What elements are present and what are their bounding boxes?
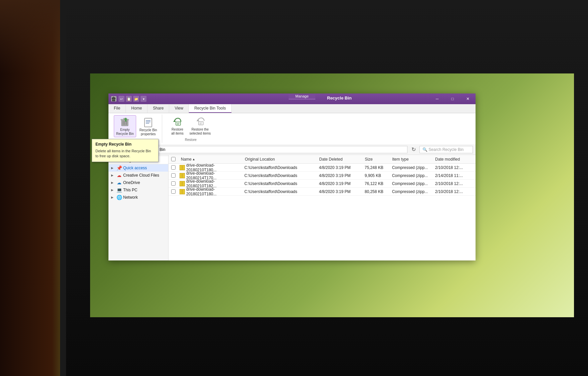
window-controls: ─ □ ✕: [429, 93, 476, 104]
row2-name: drive-download-20180214T170...: [178, 172, 242, 179]
row1-checkbox[interactable]: [171, 165, 176, 170]
tooltip-description: Delete all items in the Recycle Bin to f…: [95, 149, 155, 159]
svg-rect-21: [182, 169, 183, 169]
table-row[interactable]: drive-download-20180210T182... C:\Users\…: [169, 180, 476, 188]
recycle-bin-properties-icon: [143, 117, 154, 128]
sidebar-item-quick-access[interactable]: ▶ 📌 Quick access: [108, 164, 168, 172]
tab-share[interactable]: Share: [148, 104, 169, 113]
row3-name: drive-download-20180210T182...: [178, 180, 242, 187]
sidebar-item-this-pc[interactable]: ▶ 💻 This PC: [108, 186, 168, 194]
maximize-button[interactable]: □: [445, 93, 460, 104]
restore-group-label: Restore: [185, 138, 197, 142]
tab-recycle-bin-tools[interactable]: Recycle Bin Tools: [189, 104, 232, 113]
nav-bar: ◀ ▶ ▲ Recycle Bin ↻ 🔍 Search Recycle Bin: [108, 144, 476, 155]
row4-checkbox[interactable]: [171, 189, 176, 194]
ribbon-group-restore: Restoreall items Restore: [166, 115, 216, 142]
refresh-button[interactable]: ↻: [409, 146, 417, 154]
svg-rect-28: [182, 183, 183, 184]
row1-check[interactable]: [169, 164, 178, 171]
svg-rect-25: [182, 177, 183, 177]
svg-rect-20: [182, 167, 183, 168]
name-sort-arrow: ▲: [192, 158, 195, 161]
col-header-modified[interactable]: Date modified: [432, 155, 476, 163]
quick-access-label: Quick access: [123, 166, 147, 170]
restore-all-icon: [172, 116, 183, 127]
chevron-network: ▶: [111, 196, 115, 199]
onedrive-label: OneDrive: [123, 180, 140, 185]
minimize-button[interactable]: ─: [429, 93, 445, 104]
row3-type: Compressed (zipp...: [389, 180, 432, 187]
row4-size: 80,258 KB: [362, 188, 389, 195]
tab-home[interactable]: Home: [126, 104, 148, 113]
table-row[interactable]: drive-download-20180210T180... C:\Users\…: [169, 164, 476, 172]
row2-modified: 2/14/2018 11:...: [432, 172, 476, 179]
select-all-checkbox[interactable]: [171, 157, 176, 161]
sidebar: ▶ 🗑 Recycle Bin ▶ 📌 Quick access ▶ ☁ Cre…: [108, 155, 169, 260]
tab-view[interactable]: View: [169, 104, 189, 113]
svg-rect-24: [182, 175, 183, 176]
row2-location: C:\Users\kstafford\Downloads: [242, 172, 316, 179]
col-header-name[interactable]: Name ▲: [178, 155, 242, 163]
creative-cloud-label: Creative Cloud Files: [123, 173, 159, 178]
row2-check[interactable]: [169, 172, 178, 179]
svg-rect-11: [176, 122, 181, 125]
title-bar-left: 🗑 ↩ 📋 📁 ▾: [108, 96, 149, 102]
sidebar-item-network[interactable]: ▶ 🌐 Network: [108, 194, 168, 201]
row1-modified: 2/10/2018 12:...: [432, 164, 476, 171]
svg-rect-32: [182, 191, 183, 192]
row4-location: C:\Users\kstafford\Downloads: [242, 188, 316, 195]
tooltip-title: Empty Recycle Bin: [95, 142, 155, 147]
restore-all-items-button[interactable]: Restoreall items: [169, 115, 186, 137]
chevron-quick-access: ▶: [111, 166, 115, 170]
row4-deleted: 4/8/2020 3:19 PM: [316, 188, 362, 195]
properties-button[interactable]: 📋: [126, 96, 132, 102]
col-header-deleted[interactable]: Date Deleted: [317, 155, 362, 163]
address-bar[interactable]: Recycle Bin: [141, 146, 407, 153]
row4-name: drive-download-20180210T180...: [178, 188, 242, 195]
row4-check[interactable]: [169, 188, 178, 195]
row3-check[interactable]: [169, 180, 178, 187]
svg-rect-6: [144, 118, 152, 127]
tab-file[interactable]: File: [108, 104, 126, 113]
network-icon: 🌐: [116, 195, 122, 200]
row4-zip-icon: [180, 189, 185, 194]
col-header-type[interactable]: Item type: [389, 155, 432, 163]
col-header-location[interactable]: Original Location: [242, 155, 317, 163]
recycle-bin-properties-label: Recycle Binproperties: [139, 128, 157, 136]
chevron-creative-cloud: ▶: [111, 174, 115, 177]
row4-type: Compressed (zipp...: [389, 188, 432, 195]
row1-deleted: 4/8/2020 3:19 PM: [316, 164, 362, 171]
sidebar-item-onedrive[interactable]: ▶ ☁ OneDrive: [108, 179, 168, 186]
restore-selected-icon: [195, 116, 206, 127]
tooltip-empty-recycle-bin: Empty Recycle Bin Delete all items in th…: [92, 139, 159, 162]
manage-label-text: Manage: [295, 94, 309, 98]
empty-recycle-bin-label: EmptyRecycle Bin: [116, 128, 134, 136]
col-header-size[interactable]: Size: [362, 155, 389, 163]
row3-modified: 2/10/2018 12:...: [432, 180, 476, 187]
this-pc-icon: 💻: [116, 187, 122, 193]
sidebar-item-creative-cloud[interactable]: ▶ ☁ Creative Cloud Files: [108, 172, 168, 179]
restore-selected-button[interactable]: Restore theselected items: [188, 115, 213, 137]
empty-recycle-bin-button[interactable]: EmptyRecycle Bin: [114, 115, 136, 137]
table-row[interactable]: drive-download-20180214T170... C:\Users\…: [169, 172, 476, 180]
table-row[interactable]: drive-download-20180210T180... C:\Users\…: [169, 188, 476, 196]
svg-rect-33: [182, 193, 183, 193]
customize-button[interactable]: ▾: [140, 96, 146, 102]
chevron-onedrive: ▶: [111, 181, 115, 184]
quick-access-toolbar: ↩ 📋 📁 ▾: [118, 96, 146, 102]
col-header-check[interactable]: [169, 155, 178, 163]
undo-button[interactable]: ↩: [118, 96, 124, 102]
close-button[interactable]: ✕: [460, 93, 476, 104]
row2-checkbox[interactable]: [171, 173, 176, 178]
creative-cloud-icon: ☁: [116, 173, 122, 178]
ribbon-content: EmptyRecycle Bin Recycle: [108, 113, 476, 144]
recycle-bin-properties-button[interactable]: Recycle Binproperties: [137, 116, 159, 137]
row3-checkbox[interactable]: [171, 181, 176, 186]
file-list: Name ▲ Original Location Date Deleted Si…: [169, 155, 476, 260]
row3-deleted: 4/8/2020 3:19 PM: [316, 180, 362, 187]
new-folder-button[interactable]: 📁: [133, 96, 139, 102]
row2-zip-icon: [180, 173, 185, 178]
screen-area: 🗑 ↩ 📋 📁 ▾ Manage Recycle Bin ─ □ ✕: [90, 73, 574, 317]
row2-type: Compressed (zipp...: [389, 172, 432, 179]
search-bar[interactable]: 🔍 Search Recycle Bin: [419, 146, 473, 153]
